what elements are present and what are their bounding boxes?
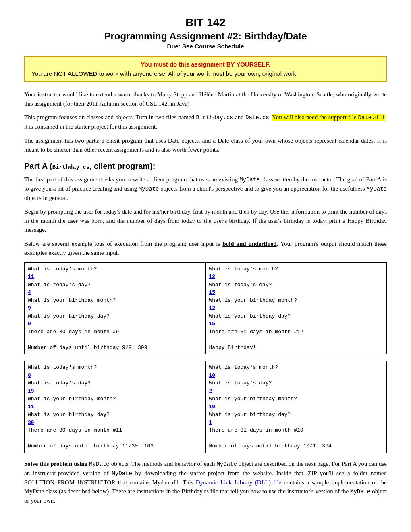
- user-input-15: 10: [209, 404, 216, 410]
- paragraph2: This program focuses on classes and obje…: [24, 113, 387, 131]
- user-input-4: 9: [28, 321, 31, 327]
- solve-code3: MyDate: [112, 470, 132, 477]
- p2-file3: Date.dll: [358, 114, 385, 121]
- p2-and: and: [233, 114, 245, 121]
- due-date: Due: See Course Schedule: [24, 43, 387, 50]
- must-do-text: You must do this assignment BY YOURSELF.: [31, 61, 380, 68]
- not-allowed-text: You are NOT ALLOWED to work with anyone …: [31, 70, 380, 77]
- user-input-14: 2: [209, 388, 212, 394]
- user-input-5: 12: [209, 274, 216, 280]
- code-col-left-2: What is today's month? 8 What is today's…: [25, 361, 206, 453]
- user-input-6: 15: [209, 289, 216, 295]
- part-a-heading: Part A (Birthday.cs, client program):: [24, 162, 387, 171]
- solve-code1: MyDate: [89, 461, 109, 468]
- code-example-2: What is today's month? 8 What is today's…: [24, 361, 387, 453]
- user-input-7: 12: [209, 305, 216, 311]
- user-input-9: 8: [28, 372, 31, 378]
- solve-before: Solve this problem using: [24, 461, 89, 467]
- user-input-3: 9: [28, 305, 31, 311]
- p2-highlighted: You will also need the support file Date…: [272, 114, 385, 121]
- solve-paragraph: Solve this problem using MyDate objects.…: [24, 459, 387, 505]
- user-input-12: 30: [28, 420, 34, 426]
- p2-file2: Date.cs: [245, 114, 269, 121]
- code-col-right-2: What is today's month? 10 What is today'…: [206, 361, 387, 453]
- user-input-1: 11: [28, 274, 34, 280]
- user-input-16: 1: [209, 420, 212, 426]
- intro-paragraph-2: The assignment has two parts: a client p…: [24, 136, 387, 154]
- user-input-8: 15: [209, 321, 216, 327]
- dll-link[interactable]: Dynamic Link Library (DLL) file: [196, 479, 282, 486]
- code-col-left-1: What is today's month? 11 What is today'…: [25, 263, 206, 354]
- part-a-code: Birthday.cs: [52, 164, 89, 170]
- page-title: BIT 142: [24, 16, 387, 29]
- part-a-para-2: Begin by prompting the user for today's …: [24, 207, 387, 235]
- p2-before: This program focuses on classes and obje…: [24, 114, 196, 121]
- code-example-1: What is today's month? 11 What is today'…: [24, 262, 387, 355]
- solve-code2: MyDate: [216, 461, 237, 468]
- p2-file1: Birthday.cs: [196, 114, 233, 121]
- part-a-para-3: Below are several example logs of execut…: [24, 239, 387, 258]
- warning-box: You must do this assignment BY YOURSELF.…: [24, 56, 387, 82]
- solve-middle1: objects. The methods and behavior of eac…: [110, 461, 217, 467]
- bold-underline-label: bold and underlined: [222, 241, 276, 247]
- user-input-11: 11: [28, 404, 34, 410]
- solve-code4: MyDate: [350, 488, 370, 495]
- user-input-10: 19: [28, 388, 34, 394]
- intro-paragraph-1: Your instructor would like to extend a w…: [24, 90, 387, 108]
- code-col-right-1: What is today's month? 12 What is today'…: [206, 263, 387, 354]
- part-a-para-1: The first part of this assignment asks y…: [24, 175, 387, 203]
- page-subtitle: Programming Assignment #2: Birthday/Date: [24, 31, 387, 42]
- user-input-2: 4: [28, 289, 31, 295]
- user-input-13: 10: [209, 372, 216, 378]
